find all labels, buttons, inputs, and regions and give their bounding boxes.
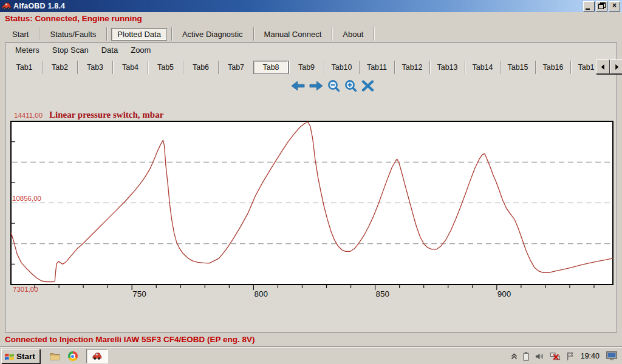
menu-separator xyxy=(106,27,107,41)
taskbar: Start xyxy=(0,347,622,364)
hidden-icons-chevron-icon[interactable] xyxy=(511,352,518,360)
tab-tab10[interactable]: Tab10 xyxy=(324,61,359,74)
menu-separator xyxy=(39,27,39,41)
tab-tab9[interactable]: Tab9 xyxy=(289,61,324,74)
menu-separator xyxy=(374,27,374,41)
tab-tab1[interactable]: Tab1 xyxy=(7,61,42,74)
menu-item-about[interactable]: About xyxy=(335,28,371,41)
tab-tab17[interactable]: Tab17 xyxy=(570,61,595,74)
menu-item-manual-connect[interactable]: Manual Connect xyxy=(257,28,329,41)
x-tick-label-850: 850 xyxy=(376,289,390,298)
plotted-data-panel: MetersStop ScanDataZoom Tab1Tab2Tab3Tab4… xyxy=(5,42,617,332)
volume-icon[interactable] xyxy=(535,352,544,361)
plot-menu-item-zoom[interactable]: Zoom xyxy=(131,46,151,55)
tab-tab4[interactable]: Tab4 xyxy=(112,61,148,74)
x-tick-label-900: 900 xyxy=(497,289,511,298)
tab-tab3[interactable]: Tab3 xyxy=(77,61,112,74)
scroll-right-icon xyxy=(614,64,620,70)
y-axis-mid-label: 10856,00 xyxy=(12,195,41,202)
tab-tab15[interactable]: Tab15 xyxy=(500,61,535,74)
tab-tab5[interactable]: Tab5 xyxy=(148,61,183,74)
tab-tab14[interactable]: Tab14 xyxy=(465,61,500,74)
alfaobd-car-icon xyxy=(92,352,102,361)
pressure-line-chart xyxy=(10,120,615,292)
title-bar[interactable]: AlfaOBD 1.8.4 × xyxy=(0,0,622,12)
flag-icon[interactable] xyxy=(566,352,574,361)
tab-tab16[interactable]: Tab16 xyxy=(535,61,570,74)
chart-title: Linear pressure switch, mbar xyxy=(49,110,163,120)
start-button[interactable]: Start xyxy=(1,349,40,363)
plot-menu: MetersStop ScanDataZoom xyxy=(15,46,151,55)
tab-tab7[interactable]: Tab7 xyxy=(218,61,253,74)
tab-tab12[interactable]: Tab12 xyxy=(394,61,429,74)
tab-tab11[interactable]: Tab11 xyxy=(359,61,394,74)
tab-tab8[interactable]: Tab8 xyxy=(253,61,289,74)
minimize-icon xyxy=(586,8,590,10)
tab-tab13[interactable]: Tab13 xyxy=(429,61,465,74)
plot-menu-item-data[interactable]: Data xyxy=(101,46,118,55)
tab-scroll-left-button[interactable] xyxy=(596,59,610,74)
tab-tab2[interactable]: Tab2 xyxy=(42,61,77,74)
connection-status: Status: Connected, Engine running xyxy=(5,14,142,23)
display-icon[interactable] xyxy=(606,351,617,361)
zoom-in-icon[interactable] xyxy=(344,79,357,92)
start-label: Start xyxy=(16,352,35,361)
minimize-button[interactable] xyxy=(583,1,595,12)
zoom-out-icon[interactable] xyxy=(327,79,340,92)
system-tray: 19:40 xyxy=(511,348,617,364)
restore-button[interactable] xyxy=(596,1,607,12)
main-menu: StartStatus/FaultsPlotted DataActive Dia… xyxy=(5,27,377,41)
network-disconnected-icon[interactable] xyxy=(550,352,561,361)
forward-arrow-icon[interactable] xyxy=(309,81,323,91)
chart-toolbar xyxy=(291,79,374,92)
menu-separator xyxy=(253,27,254,41)
alfaobd-car-icon xyxy=(2,2,11,11)
menu-item-status-faults[interactable]: Status/Faults xyxy=(43,28,103,41)
tab-tab6[interactable]: Tab6 xyxy=(183,61,218,74)
clock[interactable]: 19:40 xyxy=(581,352,600,360)
scroll-left-icon xyxy=(600,64,606,70)
tab-scroll-right-button[interactable] xyxy=(610,59,622,74)
back-arrow-icon[interactable] xyxy=(291,81,305,91)
menu-item-active-diagnostic[interactable]: Active Diagnostic xyxy=(175,28,250,41)
close-plot-icon[interactable] xyxy=(361,80,374,92)
alfaobd-window: AlfaOBD 1.8.4 × Status: Connected, Engin… xyxy=(0,0,622,364)
battery-icon[interactable] xyxy=(523,352,529,361)
menu-item-start[interactable]: Start xyxy=(5,28,36,41)
menu-item-plotted-data[interactable]: Plotted Data xyxy=(111,28,167,41)
x-tick-label-800: 800 xyxy=(254,289,268,298)
close-button[interactable]: × xyxy=(609,1,620,12)
menu-separator xyxy=(171,27,172,41)
plot-menu-item-stop-scan[interactable]: Stop Scan xyxy=(52,46,89,55)
close-icon: × xyxy=(609,1,620,10)
plot-menu-item-meters[interactable]: Meters xyxy=(15,46,39,55)
alfaobd-task-button[interactable] xyxy=(86,349,108,363)
file-explorer-icon[interactable] xyxy=(50,352,60,361)
ecu-status: Connected to Injection Marelli IAW 5SF3 … xyxy=(5,335,255,344)
window-title: AlfaOBD 1.8.4 xyxy=(13,2,65,10)
chrome-icon[interactable] xyxy=(68,351,78,361)
tab-bar: Tab1Tab2Tab3Tab4Tab5Tab6Tab7Tab8Tab9Tab1… xyxy=(7,59,595,75)
menu-separator xyxy=(332,27,332,41)
windows-logo-icon xyxy=(4,352,15,361)
y-axis-max-label: 14411,00 xyxy=(14,112,43,119)
x-tick-label-750: 750 xyxy=(132,289,146,298)
